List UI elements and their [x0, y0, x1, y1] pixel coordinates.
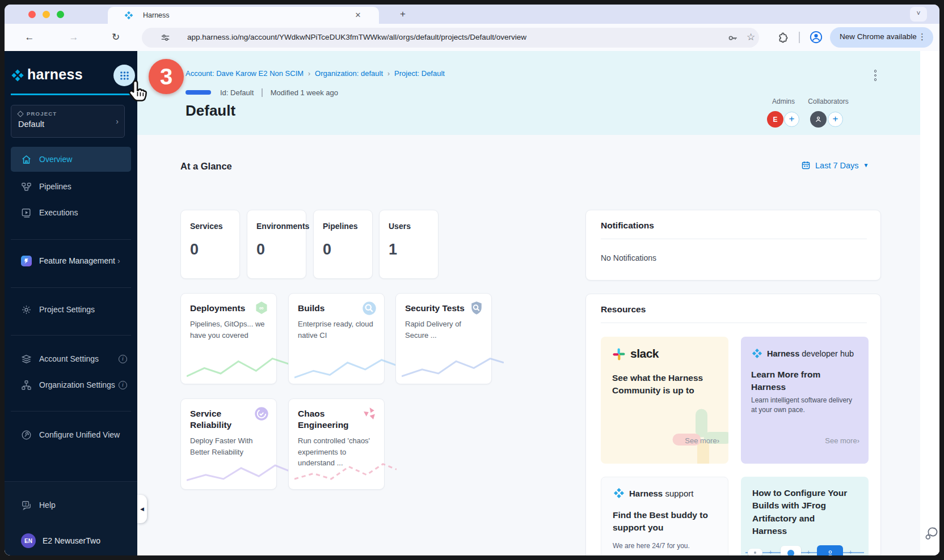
sidebar-item-label: Organization Settings: [39, 380, 115, 389]
breadcrumb-project-link[interactable]: Project: Default: [394, 69, 445, 78]
svg-text:?: ?: [24, 502, 27, 506]
slack-brand-text: slack: [630, 347, 659, 360]
no-notifications-text: No Notifications: [601, 253, 656, 262]
sidebar-user[interactable]: EN E2 NewuserTwo: [11, 531, 131, 551]
address-bar[interactable]: app.harness.io/ng/account/YWdkwNPiTceDUK…: [142, 28, 759, 48]
module-card-chaos-engineering[interactable]: Chaos Engineering Run controlled 'chaos'…: [288, 398, 385, 490]
sidebar-collapse-handle[interactable]: ◀: [137, 495, 147, 523]
page-title: Default: [186, 102, 235, 120]
brand-text: Harness developer hub: [767, 349, 854, 358]
info-icon[interactable]: i: [119, 381, 127, 389]
sidebar-item-project-settings[interactable]: Project Settings: [11, 299, 131, 320]
sidebar-item-help[interactable]: ? Help: [11, 495, 131, 515]
admin-avatar[interactable]: E: [767, 111, 783, 128]
browser-menu-icon[interactable]: ⋮: [918, 32, 926, 42]
project-id: Id: Default: [220, 88, 254, 97]
stat-card-services[interactable]: Services 0: [180, 210, 240, 279]
minimize-window-button[interactable]: [43, 11, 50, 18]
add-collaborator-button[interactable]: +: [828, 112, 843, 127]
info-icon[interactable]: i: [119, 355, 127, 363]
resource-heading: Find the Best buddy to support you: [613, 509, 715, 534]
user-name: E2 NewuserTwo: [43, 536, 100, 545]
reload-icon[interactable]: ↻: [108, 29, 124, 45]
date-range-label: Last 7 Days: [815, 161, 859, 170]
stat-label: Users: [389, 222, 429, 231]
module-card-security-tests[interactable]: Security Tests Rapid Delivery of Secure …: [395, 293, 492, 384]
pipelines-icon: [21, 181, 32, 192]
resources-panel: Resources slack See what the Harness Com…: [585, 294, 881, 555]
harness-app: harness PROJECT Default › Overview Pipel…: [5, 51, 939, 555]
stat-value: 0: [256, 241, 297, 258]
tab-search-chevron-icon[interactable]: ˅: [910, 7, 927, 22]
chevron-right-icon: ›: [116, 117, 119, 126]
stat-card-environments[interactable]: Environments 0: [247, 210, 306, 279]
stat-card-pipelines[interactable]: Pipelines 0: [313, 210, 373, 279]
new-tab-button[interactable]: +: [397, 9, 408, 20]
chrome-update-button[interactable]: New Chrome available ⋮: [830, 27, 933, 48]
browser-window: Harness ✕ + ˅ ← → ↻ app.harness.io/ng/ac…: [5, 5, 939, 555]
module-title: Builds: [298, 303, 366, 314]
admins-label: Admins: [759, 97, 808, 105]
reliability-sparkline: [187, 459, 289, 486]
add-admin-button[interactable]: +: [784, 112, 799, 127]
sidebar-item-overview[interactable]: Overview: [11, 147, 131, 172]
tab-close-icon[interactable]: ✕: [353, 10, 363, 20]
resource-card-support[interactable]: Harness support Find the Best buddy to s…: [601, 477, 728, 555]
module-description: Pipelines, GitOps... we have you covered: [190, 319, 271, 341]
resource-card-developer-hub[interactable]: Harness developer hub Learn More from Ha…: [741, 337, 869, 464]
plus-icon: +: [849, 549, 852, 555]
sidebar-item-label: Account Settings: [39, 354, 99, 363]
resource-card-jfrog[interactable]: How to Configure Your Builds with JFrog …: [741, 477, 869, 555]
help-chat-icon: ?: [21, 500, 32, 511]
person-icon: [814, 115, 823, 124]
see-more-link[interactable]: See more›: [825, 436, 859, 445]
bookmark-star-icon[interactable]: ☆: [747, 31, 755, 43]
resource-heading: See what the Harness Community is up to: [612, 372, 714, 397]
reliability-icon: [254, 406, 269, 422]
resource-heading: Learn More from Harness: [751, 368, 836, 393]
date-range-filter[interactable]: Last 7 Days ▼: [801, 160, 869, 170]
module-card-service-reliability[interactable]: Service Reliability Deploy Faster With B…: [180, 398, 277, 490]
profile-icon[interactable]: [809, 30, 823, 44]
module-title: Deployments: [190, 303, 258, 314]
resource-card-slack[interactable]: slack See what the Harness Community is …: [601, 337, 728, 464]
sidebar-item-executions[interactable]: Executions: [11, 202, 131, 223]
password-key-icon[interactable]: [727, 32, 739, 44]
slack-logo-icon: [612, 347, 626, 361]
site-info-icon[interactable]: [160, 32, 171, 43]
deployments-hexagon-icon: ∞: [254, 300, 269, 316]
breadcrumb-organization-link[interactable]: Organization: default: [315, 69, 383, 78]
zoom-window-button[interactable]: [57, 11, 64, 18]
close-window-button[interactable]: [28, 11, 36, 18]
modified-timestamp: Modified 1 week ago: [271, 88, 338, 97]
back-icon[interactable]: ←: [22, 29, 37, 45]
sidebar-item-account-settings[interactable]: Account Settings i: [11, 349, 131, 369]
harness-logo-text: harness: [27, 66, 83, 83]
extensions-icon[interactable]: [777, 32, 789, 44]
pipeline-node: [748, 549, 762, 555]
project-name: Default: [18, 120, 117, 129]
see-more-link[interactable]: See more›: [685, 436, 719, 445]
url-text: app.harness.io/ng/account/YWdkwNPiTceDUK…: [187, 33, 526, 41]
module-card-builds[interactable]: Builds Enterprise ready, cloud native CI: [288, 293, 385, 384]
notifications-title: Notifications: [601, 220, 654, 231]
collaborator-avatar[interactable]: [810, 111, 827, 128]
sidebar-item-pipelines[interactable]: Pipelines: [11, 176, 131, 197]
sidebar-item-configure-unified-view[interactable]: Configure Unified View: [11, 425, 131, 445]
sidebar-item-organization-settings[interactable]: Organization Settings i: [11, 375, 131, 395]
project-options-menu-icon[interactable]: [873, 68, 878, 83]
sidebar-item-label: Overview: [39, 155, 72, 164]
live-chat-icon[interactable]: [924, 526, 938, 541]
stat-card-users[interactable]: Users 1: [379, 210, 439, 279]
module-card-deployments[interactable]: Deployments Pipelines, GitOps... we have…: [180, 293, 277, 384]
stat-value: 0: [190, 241, 230, 258]
forward-icon[interactable]: →: [66, 29, 82, 45]
stat-label: Environments: [256, 222, 297, 231]
chevron-right-icon: ›: [308, 70, 310, 78]
breadcrumb-account-link[interactable]: Account: Dave Karow E2 Non SCIM: [186, 69, 304, 78]
project-selector[interactable]: PROJECT Default ›: [11, 105, 125, 138]
svg-text:∞: ∞: [259, 304, 264, 311]
sidebar-item-feature-management[interactable]: Feature Management ›: [11, 251, 131, 271]
browser-tab[interactable]: Harness ✕: [108, 7, 379, 24]
page: Account: Dave Karow E2 Non SCIM › Organi…: [137, 51, 939, 555]
